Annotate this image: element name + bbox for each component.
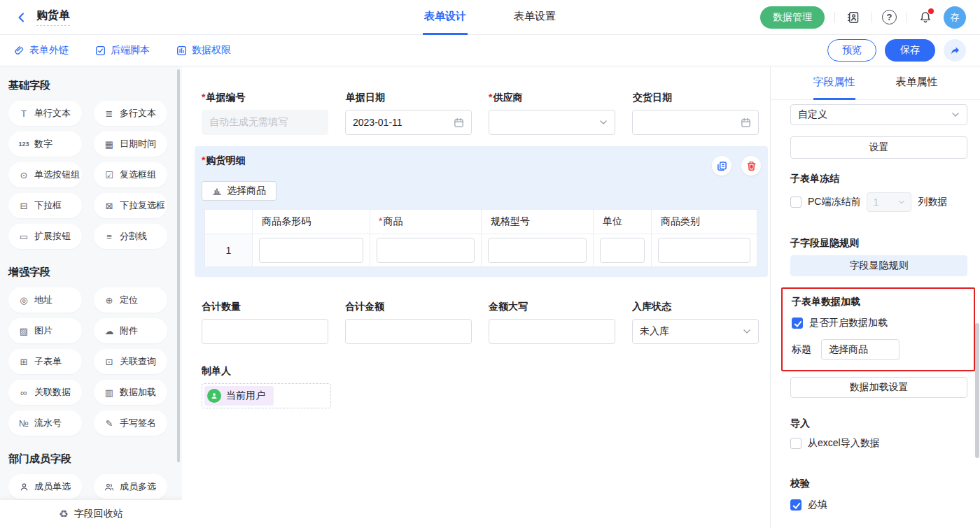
field-item-image[interactable]: ▨图片 <box>8 318 82 343</box>
field-total-amount[interactable]: 合计金额 <box>345 301 472 344</box>
field-amount-in-words[interactable]: 金额大写 <box>489 301 615 344</box>
data-manage-button[interactable]: 数据管理 <box>760 6 825 29</box>
cell-product <box>370 234 482 267</box>
page-title[interactable]: 购货单 <box>36 8 70 26</box>
spec-input[interactable] <box>488 238 587 263</box>
tab-field-properties[interactable]: 字段属性 <box>813 66 855 100</box>
field-document-date[interactable]: 单据日期 2023-01-11 <box>345 92 472 135</box>
freeze-checkbox[interactable] <box>790 197 802 208</box>
field-storage-status[interactable]: 入库状态 未入库 <box>632 301 759 344</box>
product-input[interactable] <box>377 238 475 263</box>
category-input[interactable] <box>658 238 750 263</box>
sidebar-scrollbar[interactable] <box>177 69 180 462</box>
field-supplier[interactable]: *供应商 <box>489 92 615 135</box>
data-permission-link[interactable]: 数据权限 <box>176 44 231 57</box>
total-amount-input[interactable] <box>345 319 472 344</box>
column-header-unit: 单位 <box>594 210 652 234</box>
unit-input[interactable] <box>600 238 645 263</box>
field-item-member-single[interactable]: 成员单选 <box>8 474 82 499</box>
calendar-icon <box>454 117 464 128</box>
cell-unit <box>594 234 652 267</box>
dataload-title-row: 标题 选择商品 <box>792 339 966 360</box>
total-quantity-input[interactable] <box>202 319 328 344</box>
dataload-enable-checkbox[interactable] <box>792 317 803 329</box>
backend-script-link[interactable]: 后端脚本 <box>95 44 150 57</box>
share-button[interactable] <box>944 39 966 62</box>
field-item-multi-line-text[interactable]: ≣多行文本 <box>94 101 167 126</box>
field-delivery-date[interactable]: 交货日期 <box>632 92 759 135</box>
freeze-checkbox-row: PC端冻结前 1 列数据 <box>790 192 967 212</box>
field-item-datetime[interactable]: ▦日期时间 <box>94 131 167 157</box>
field-item-member-multi[interactable]: 成员多选 <box>94 474 167 499</box>
copy-subform-button[interactable] <box>712 156 732 176</box>
field-item-extend-button[interactable]: ▭扩展按钮 <box>8 224 82 249</box>
excel-import-checkbox[interactable] <box>790 438 802 449</box>
field-item-related-data[interactable]: ∞关联数据 <box>8 380 82 405</box>
notification-bell-icon[interactable] <box>917 9 934 26</box>
field-item-signature[interactable]: ✎手写签名 <box>94 411 167 436</box>
field-item-label: 关联查询 <box>120 355 156 368</box>
required-star: * <box>379 215 382 227</box>
form-external-link[interactable]: 表单外链 <box>14 44 69 57</box>
supplier-select[interactable] <box>489 110 615 135</box>
freeze-column-select[interactable]: 1 <box>867 192 911 212</box>
user-avatar[interactable]: 存 <box>944 6 966 29</box>
field-creator[interactable]: 制单人 当前用户 <box>202 365 759 408</box>
number-icon: 123 <box>18 141 29 148</box>
field-item-dropdown-multi[interactable]: ⊠下拉复选框 <box>94 193 167 218</box>
delete-subform-button[interactable] <box>741 156 761 176</box>
field-item-data-load[interactable]: ▥数据加载 <box>94 380 167 405</box>
field-label: 合计数量 <box>202 301 241 313</box>
field-item-divider[interactable]: ≡分割线 <box>94 224 167 249</box>
save-button[interactable]: 保存 <box>885 39 935 62</box>
panel-tabs: 字段属性 表单属性 <box>771 66 980 100</box>
document-number-input[interactable]: 自动生成无需填写 <box>202 110 328 135</box>
field-item-radio-group[interactable]: ⊙单选按钮组 <box>8 162 82 187</box>
field-total-quantity[interactable]: 合计数量 <box>202 301 328 344</box>
field-item-dropdown[interactable]: ⊟下拉框 <box>8 193 82 218</box>
link-icon <box>14 45 24 56</box>
column-header-spec: 规格型号 <box>482 210 594 234</box>
field-item-number[interactable]: 123数字 <box>8 131 82 157</box>
field-label: 供应商 <box>493 92 522 104</box>
creator-value-box[interactable]: 当前用户 <box>202 383 331 408</box>
field-item-attachment[interactable]: ☁附件 <box>94 318 167 343</box>
field-document-number[interactable]: *单据编号 自动生成无需填写 <box>202 92 328 135</box>
format-select[interactable]: 自定义 <box>790 104 967 125</box>
column-label: 商品 <box>383 215 402 227</box>
serial-number-icon: № <box>18 418 29 429</box>
field-item-address[interactable]: ◎地址 <box>8 287 82 313</box>
dataload-settings-button[interactable]: 数据加载设置 <box>790 377 967 398</box>
freeze-column-value: 1 <box>873 197 878 208</box>
dataload-title-input[interactable]: 选择商品 <box>821 339 899 360</box>
settings-button[interactable]: 设置 <box>790 136 967 159</box>
subform-purchase-details[interactable]: *购货明细 选择商品 商品条形码 <box>195 146 768 277</box>
select-goods-button[interactable]: 选择商品 <box>202 181 276 201</box>
properties-panel: 字段属性 表单属性 自定义 设置 子表单冻结 PC端冻结前 1 列数据 子字段显… <box>770 66 980 528</box>
back-button[interactable] <box>14 10 29 25</box>
field-item-location[interactable]: ⊕定位 <box>94 287 167 313</box>
storage-status-select[interactable]: 未入库 <box>632 319 759 344</box>
contacts-book-icon[interactable] <box>845 9 862 26</box>
help-icon[interactable]: ? <box>882 10 897 24</box>
required-checkbox-label: 必填 <box>808 499 827 511</box>
document-date-input[interactable]: 2023-01-11 <box>345 110 472 135</box>
field-item-serial-number[interactable]: №流水号 <box>8 411 82 436</box>
preview-button[interactable]: 预览 <box>827 39 876 62</box>
tab-form-design[interactable]: 表单设计 <box>423 0 468 35</box>
field-recycle-bin[interactable]: ♻ 字段回收站 <box>0 500 182 528</box>
field-item-single-line-text[interactable]: T单行文本 <box>8 101 82 126</box>
amount-in-words-input[interactable] <box>489 319 615 344</box>
field-item-related-query[interactable]: ⊡关联查询 <box>94 349 167 374</box>
field-item-checkbox-group[interactable]: ☑复选框组 <box>94 162 167 187</box>
field-item-subform[interactable]: ⊞子表单 <box>8 349 82 374</box>
section-title-enhanced-fields: 增强字段 <box>8 266 171 279</box>
tab-form-properties[interactable]: 表单属性 <box>896 66 938 100</box>
window-scrollbar[interactable] <box>975 323 979 458</box>
delivery-date-input[interactable] <box>632 110 759 135</box>
field-visibility-rules-button[interactable]: 字段显隐规则 <box>790 255 967 276</box>
import-section-title: 导入 <box>790 418 967 430</box>
required-checkbox[interactable] <box>790 499 802 511</box>
barcode-input[interactable] <box>259 238 363 263</box>
tab-form-settings[interactable]: 表单设置 <box>512 0 557 35</box>
